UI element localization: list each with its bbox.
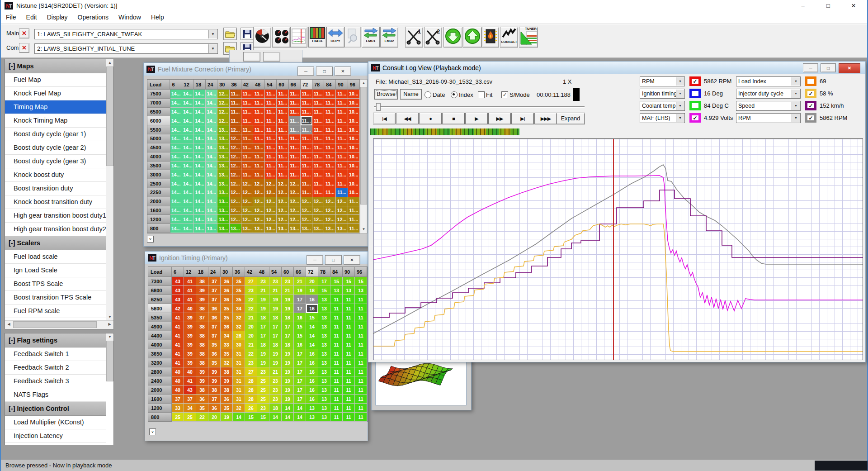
map-row-header[interactable]: 3000 [147, 170, 170, 179]
map-row-header[interactable]: 1600 [148, 395, 172, 404]
sidebar-item-boost-transition-duty[interactable]: Boost transition duty [5, 182, 106, 195]
map-cell[interactable]: 11... [265, 99, 277, 108]
map-cell[interactable]: 17 [294, 295, 306, 304]
map-cell[interactable]: 41 [184, 295, 196, 304]
map-cell[interactable]: 12... [230, 170, 241, 179]
background-window-minimize-button[interactable] [243, 52, 260, 62]
map-cell[interactable]: 14... [170, 125, 182, 134]
copy-button[interactable]: COPY [326, 27, 344, 48]
map-cell[interactable]: 12... [336, 206, 348, 215]
map-cell[interactable]: 18 [269, 404, 282, 413]
map-cell[interactable]: 21 [257, 286, 269, 295]
map-cell[interactable]: 11... [301, 152, 312, 162]
map-cell[interactable]: 11 [343, 367, 355, 376]
map-cell[interactable]: 12... [217, 90, 229, 99]
map-cell[interactable]: 11... [312, 170, 324, 179]
channel-source-select-speed[interactable]: Speed▼ [736, 101, 801, 111]
map-cell[interactable]: 31 [233, 385, 245, 395]
map-cell[interactable]: 11... [324, 125, 336, 134]
map-cell[interactable]: 38 [196, 277, 208, 286]
map-cell[interactable]: 36 [208, 313, 221, 322]
map-cell[interactable]: 12... [217, 108, 229, 117]
map-cell[interactable]: 19 [221, 413, 233, 422]
map-cell[interactable]: 14... [170, 99, 182, 108]
map-cell[interactable]: 19 [257, 349, 269, 358]
map-row-header[interactable]: 3650 [148, 349, 172, 358]
map-cell[interactable]: 19 [269, 349, 282, 358]
channel-source-select-coolant-temp[interactable]: Coolant temp▼ [640, 101, 685, 111]
map-cell[interactable]: 22 [196, 413, 208, 422]
map-cell[interactable]: 38 [196, 304, 208, 313]
map-cell[interactable]: 37 [208, 295, 221, 304]
map-cell[interactable]: 11... [312, 108, 324, 117]
map-cell[interactable]: 19 [294, 286, 306, 295]
map-cell[interactable]: 27 [245, 367, 257, 376]
map-cell[interactable]: 14... [182, 108, 194, 117]
map-cell[interactable]: 38 [196, 349, 208, 358]
map-row-header[interactable]: 3200 [148, 358, 172, 367]
map-cell[interactable]: 11 [355, 322, 367, 331]
map-row-header[interactable]: 4000 [148, 340, 172, 349]
map-cell[interactable]: 14... [182, 162, 194, 171]
map-cell[interactable]: 12... [277, 215, 288, 224]
upload-button[interactable] [463, 27, 482, 48]
name-button[interactable]: Name [400, 89, 422, 100]
map-cell[interactable]: 13 [318, 295, 330, 304]
map-col-header[interactable]: 18 [196, 267, 208, 277]
map-cell[interactable]: 17 [269, 322, 282, 331]
sidebar-item-knock-timing-map[interactable]: Knock Timing Map [5, 114, 106, 128]
map-cell[interactable]: 12... [301, 206, 312, 215]
map-cell[interactable]: 21 [245, 340, 257, 349]
map-cell[interactable]: 11... [289, 125, 301, 134]
scroll-left-icon[interactable]: ◀ [5, 321, 13, 328]
map-cell[interactable]: 16 [306, 395, 318, 404]
map-cell[interactable]: 14 [294, 413, 306, 422]
map-cell[interactable]: 14... [182, 143, 194, 152]
map-cell[interactable]: 13 [306, 404, 318, 413]
sidebar-item-boost-duty-cycle-gear-3[interactable]: Boost duty cycle (gear 3) [5, 155, 106, 168]
map-cell[interactable]: 21 [294, 277, 306, 286]
map-cell[interactable]: 14... [194, 152, 206, 162]
sidebar-item-knock-boost-duty[interactable]: Knock boost duty [5, 168, 106, 182]
map-cell[interactable]: 12... [253, 197, 265, 206]
map-cell[interactable]: 11... [324, 152, 336, 162]
menu-operations[interactable]: Operations [73, 12, 113, 23]
map-cell[interactable]: 21 [269, 367, 282, 376]
map-cell[interactable]: 16 [306, 376, 318, 385]
map-col-header[interactable]: 78 [312, 80, 324, 90]
map-cell[interactable]: 43 [172, 295, 184, 304]
map-cell[interactable]: 33 [172, 404, 184, 413]
map-cell[interactable]: 11... [312, 125, 324, 134]
map-cell[interactable]: 21 [245, 313, 257, 322]
chevron-down-icon[interactable]: ▼ [676, 114, 684, 122]
map-row-header[interactable]: 1200 [148, 404, 172, 413]
scroll-thumb[interactable] [106, 67, 113, 166]
ignition-close-button[interactable]: ✕ [344, 255, 360, 265]
map-cell[interactable]: 20 [306, 277, 318, 286]
map-cell[interactable]: 42 [172, 304, 184, 313]
map-cell[interactable]: 36 [221, 295, 233, 304]
download-button[interactable] [443, 27, 462, 48]
map-row-header[interactable]: 5350 [148, 313, 172, 322]
map-cell[interactable]: 13 [318, 322, 330, 331]
map-cell[interactable]: 13... [336, 224, 348, 233]
map-cell[interactable]: 14... [206, 125, 217, 134]
map-cell[interactable]: 12... [336, 215, 348, 224]
map-cell[interactable]: 14 [306, 331, 318, 340]
map-cell[interactable]: 11... [265, 90, 277, 99]
map-cell[interactable]: 15 [330, 277, 343, 286]
map-cell[interactable]: 14... [194, 224, 206, 233]
map-cell[interactable]: 43 [172, 277, 184, 286]
map-cell[interactable]: 17 [294, 395, 306, 404]
map-cell[interactable]: 14... [206, 197, 217, 206]
map-cell[interactable]: 11... [336, 162, 348, 171]
map-cell[interactable]: 15 [294, 331, 306, 340]
map-cell[interactable]: 12... [324, 215, 336, 224]
map-cell[interactable]: 13... [324, 224, 336, 233]
map-cell[interactable]: 43 [184, 385, 196, 395]
map-cell[interactable]: 36 [221, 286, 233, 295]
map-cell[interactable]: 12... [265, 197, 277, 206]
map-cell[interactable]: 11... [312, 162, 324, 171]
map-cell[interactable]: 14... [182, 152, 194, 162]
sidebar-item-fuel-map[interactable]: Fuel Map [5, 73, 106, 87]
